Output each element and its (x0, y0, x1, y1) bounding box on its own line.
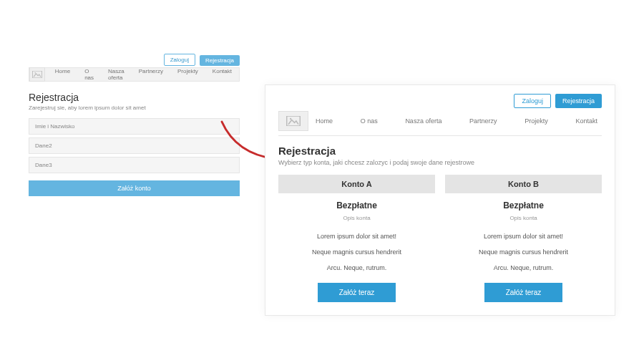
plan-name: Konto B (445, 175, 602, 193)
register-button[interactable]: Rejestracja (555, 94, 602, 108)
nav-oferta[interactable]: Nasza oferta (101, 68, 132, 81)
plan-feature: Neque magnis cursus hendrerit (445, 244, 602, 260)
nav-home[interactable]: Home (316, 117, 333, 125)
nav-partnerzy[interactable]: Partnerzy (469, 117, 497, 125)
nav-onas[interactable]: O nas (77, 68, 101, 81)
nav-home[interactable]: Home (48, 68, 77, 81)
nav-onas[interactable]: O nas (361, 117, 378, 125)
plan-feature: Arcu. Neque, rutrum. (278, 260, 435, 276)
navbar: Home O nas Nasza oferta Partnerzy Projek… (278, 111, 602, 136)
submit-button[interactable]: Załóż konto (29, 180, 240, 196)
svg-point-3 (290, 118, 291, 120)
logo-placeholder-icon (278, 111, 308, 131)
login-button[interactable]: Zaloguj (514, 94, 551, 108)
register-button[interactable]: Rejestracja (200, 55, 240, 66)
nav-projekty[interactable]: Projekty (525, 117, 548, 125)
plan-feature: Lorem ipsum dolor sit amet! (445, 228, 602, 244)
plan-feature: Lorem ipsum dolor sit amet! (278, 228, 435, 244)
topbar: Zaloguj Rejestracja (29, 54, 240, 66)
plan-cta-button[interactable]: Załóż teraz (484, 283, 562, 302)
name-field[interactable]: Imie i Nazwisko (29, 118, 240, 135)
nav-kontakt[interactable]: Kontakt (205, 68, 239, 81)
dane3-field[interactable]: Dane3 (29, 157, 240, 173)
plan-price: Bezpłatne (445, 193, 602, 215)
page-title: Rejestracja (278, 145, 602, 157)
logo-placeholder-icon (29, 67, 45, 82)
nav-partnerzy[interactable]: Partnerzy (132, 68, 170, 81)
login-button[interactable]: Zaloguj (164, 54, 195, 66)
mockup-after: Zaloguj Rejestracja Home O nas Nasza ofe… (265, 84, 615, 316)
navbar: Home O nas Nasza oferta Partnerzy Projek… (29, 67, 240, 82)
page-subtitle: Wybierz typ konta, jaki chcesz zalozyc i… (278, 159, 602, 166)
plan-b: Konto B Bezpłatne Opis konta Lorem ipsum… (445, 175, 602, 302)
plans-container: Konto A Bezpłatne Opis konta Lorem ipsum… (278, 175, 602, 302)
nav-kontakt[interactable]: Kontakt (575, 117, 597, 125)
mockup-before: Zaloguj Rejestracja Home O nas Nasza ofe… (29, 54, 240, 196)
dane2-field[interactable]: Dane2 (29, 137, 240, 154)
svg-point-1 (34, 72, 36, 74)
plan-price: Bezpłatne (278, 193, 435, 215)
plan-desc: Opis konta (445, 215, 602, 228)
plan-a: Konto A Bezpłatne Opis konta Lorem ipsum… (278, 175, 435, 302)
page-subtitle: Zarejestruj sie, aby lorem ipsum dolor s… (29, 105, 240, 111)
nav-projekty[interactable]: Projekty (170, 68, 205, 81)
nav-items: Home O nas Nasza oferta Partnerzy Projek… (316, 117, 602, 125)
plan-feature: Arcu. Neque, rutrum. (445, 260, 602, 276)
plan-feature: Neque magnis cursus hendrerit (278, 244, 435, 260)
nav-items: Home O nas Nasza oferta Partnerzy Projek… (48, 68, 239, 81)
topbar: Zaloguj Rejestracja (278, 94, 602, 108)
plan-cta-button[interactable]: Załóż teraz (318, 283, 396, 302)
plan-desc: Opis konta (278, 215, 435, 228)
page-title: Rejestracja (29, 92, 240, 103)
nav-oferta[interactable]: Nasza oferta (405, 117, 441, 125)
plan-name: Konto A (278, 175, 435, 193)
